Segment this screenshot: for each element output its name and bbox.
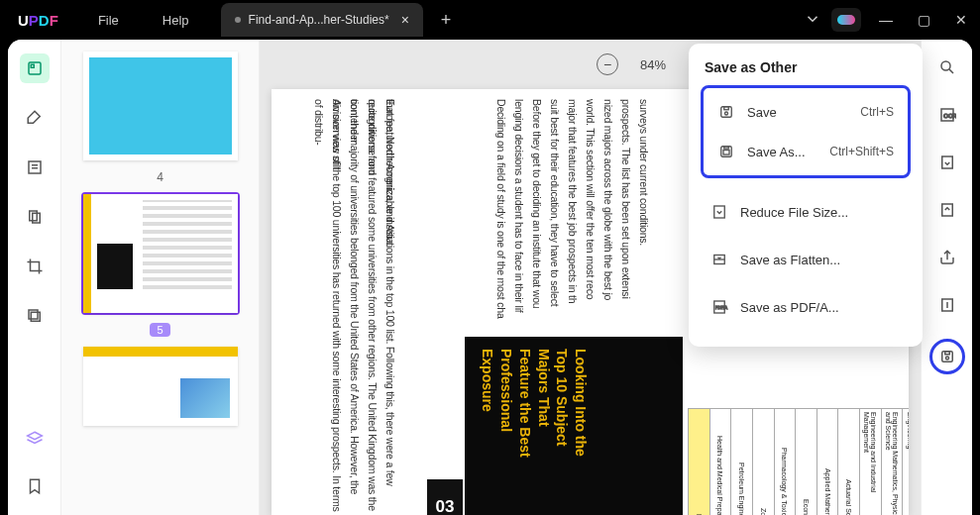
pdfa-item[interactable]: PDF/A Save as PDF/A...	[701, 287, 911, 327]
body-text: surveys under current conditions.	[634, 99, 652, 246]
save-item[interactable]: Save Ctrl+S	[708, 92, 904, 132]
thumbnail-page-5[interactable]	[81, 192, 240, 315]
svg-text:PDF/A: PDF/A	[715, 305, 727, 310]
body-text: major that features the best job prospec…	[563, 99, 581, 303]
convert-icon[interactable]	[933, 149, 961, 176]
page-label: 4	[157, 170, 163, 184]
crop-tool[interactable]	[20, 252, 50, 281]
svg-rect-27	[724, 147, 729, 149]
svg-rect-24	[724, 107, 729, 110]
ai-icon	[837, 15, 855, 25]
body-text: Deciding on a field of study is one of t…	[491, 99, 509, 319]
page-label-current: 5	[150, 323, 169, 337]
save-as-other-icon[interactable]	[929, 339, 965, 374]
table-cell: Health and Medical Preparatory	[716, 433, 723, 515]
ai-button[interactable]	[831, 8, 861, 32]
table-cell: Economics	[803, 496, 810, 515]
highlighted-group: Save Ctrl+S Save As... Ctrl+Shift+S	[701, 85, 911, 178]
item-label: Save As...	[747, 145, 806, 159]
search-icon[interactable]	[933, 53, 961, 81]
table-cell: Naval Architecture and Marine Engineerin…	[907, 409, 909, 515]
thumbnail-panel: 4 5	[61, 40, 260, 515]
minimize-button[interactable]: —	[867, 12, 905, 28]
item-label: Save	[747, 105, 777, 120]
highlight-tool[interactable]	[20, 103, 50, 133]
save-icon	[717, 103, 735, 121]
dropdown-title: Save as Other	[701, 55, 911, 85]
svg-marker-9	[28, 432, 43, 440]
flatten-icon	[710, 251, 728, 268]
export-icon[interactable]	[933, 291, 961, 319]
menu-help[interactable]: Help	[141, 13, 211, 28]
table-cell: Applied Mathematics	[824, 465, 831, 515]
body-text: world. This section will offer the ten m…	[581, 99, 599, 299]
save-as-item[interactable]: Save As... Ctrl+Shift+S	[708, 132, 904, 171]
pdfa-icon: PDF/A	[710, 298, 728, 316]
reduce-size-item[interactable]: Reduce File Size...	[701, 192, 911, 232]
table-cell: Pharmacology & Toxicology	[781, 445, 788, 515]
organize-tool[interactable]	[20, 202, 50, 232]
svg-rect-28	[714, 206, 725, 218]
table-header: Major	[696, 511, 703, 515]
modified-indicator-icon	[235, 17, 241, 23]
close-window-button[interactable]: ✕	[942, 12, 980, 28]
share-icon[interactable]	[933, 244, 961, 271]
svg-point-11	[941, 61, 950, 70]
thumbnail-page-4[interactable]	[81, 50, 240, 162]
svg-rect-21	[944, 352, 949, 355]
flatten-item[interactable]: Save as Flatten...	[701, 240, 911, 279]
item-shortcut: Ctrl+Shift+S	[829, 145, 894, 158]
table-cell: Engineering Mathematics, Physics, and Sc…	[885, 409, 899, 515]
copy-tool[interactable]	[20, 301, 50, 331]
item-label: Reduce File Size...	[740, 205, 848, 220]
chevron-down-icon[interactable]	[804, 10, 821, 31]
svg-rect-7	[31, 312, 40, 321]
svg-text:OCR: OCR	[943, 113, 956, 119]
svg-rect-26	[723, 151, 729, 155]
item-label: Save as PDF/A...	[740, 300, 839, 315]
zoom-out-button[interactable]: −	[597, 53, 618, 75]
svg-rect-16	[941, 204, 952, 216]
body-text: prospects. The list has been set upon ex…	[616, 99, 634, 299]
body-text: Before they get to deciding an institute…	[527, 99, 545, 308]
svg-rect-8	[29, 310, 38, 319]
body-text: nized majors across the globe with the b…	[599, 99, 616, 300]
table-cell: Petroleum Engineering	[738, 460, 745, 515]
item-shortcut: Ctrl+S	[860, 105, 894, 119]
right-rail: OCR	[921, 40, 972, 515]
body-text: Europe, North America, and Asia.	[381, 99, 398, 247]
save-as-icon	[717, 143, 735, 160]
layers-tool[interactable]	[20, 424, 50, 454]
svg-line-12	[948, 69, 952, 73]
left-rail	[8, 40, 61, 515]
ocr-icon[interactable]: OCR	[933, 101, 961, 129]
table-cell: Zoology	[760, 505, 767, 515]
app-logo: UPDF	[0, 12, 76, 29]
menu-file[interactable]: File	[76, 13, 141, 28]
svg-point-23	[725, 112, 728, 115]
save-as-other-dropdown: Save as Other Save Ctrl+S Save As... Ctr…	[689, 44, 923, 347]
majors-table: Major Health and Medical Preparatory Pet…	[688, 408, 909, 515]
table-cell: Actuarial Science	[845, 476, 852, 515]
body-text: suit best for their education, they have…	[545, 99, 563, 306]
add-tab-button[interactable]: +	[441, 10, 452, 31]
thumbnails-tool[interactable]	[20, 53, 50, 83]
svg-rect-15	[941, 156, 952, 168]
edit-tool[interactable]	[20, 153, 50, 182]
title-bar: UPDF File Help Find-and-Ap...her-Studies…	[0, 0, 980, 40]
section-heading: Looking Into the Top 10 Subject Majors T…	[478, 349, 590, 458]
thumbnail-page-6[interactable]	[81, 345, 240, 428]
zoom-level: 84%	[640, 57, 666, 72]
batch-icon[interactable]	[933, 196, 961, 224]
close-tab-icon[interactable]: ×	[401, 12, 409, 28]
svg-point-20	[945, 357, 948, 360]
item-label: Save as Flatten...	[740, 253, 840, 267]
section-number: 03	[427, 479, 463, 515]
body-text: lenging decisions a student has to face …	[509, 99, 527, 313]
bookmark-tool[interactable]	[20, 471, 50, 501]
document-tab[interactable]: Find-and-Ap...her-Studies* ×	[221, 3, 423, 37]
maximize-button[interactable]: ▢	[905, 12, 942, 28]
svg-rect-1	[31, 64, 34, 67]
tab-title: Find-and-Ap...her-Studies*	[249, 13, 389, 27]
table-cell: Engineering and Industrial Management	[863, 409, 877, 515]
